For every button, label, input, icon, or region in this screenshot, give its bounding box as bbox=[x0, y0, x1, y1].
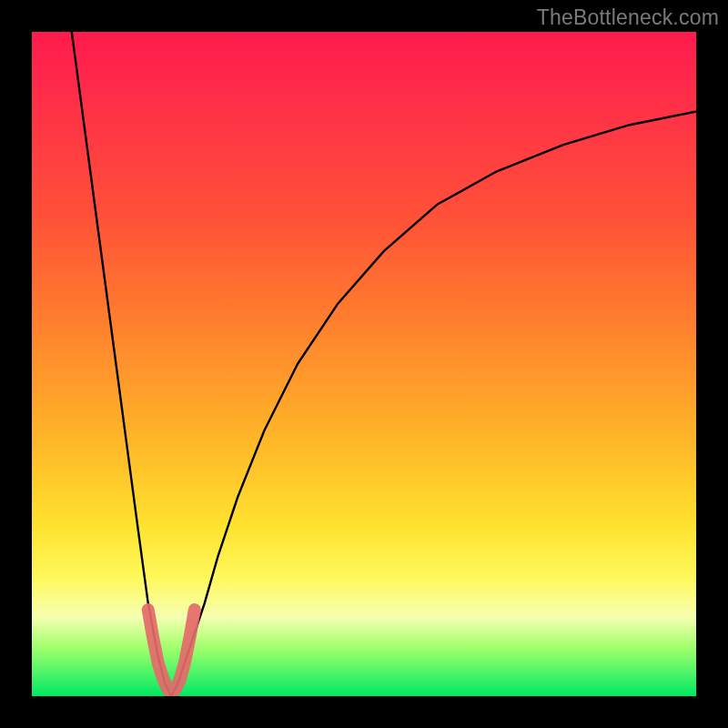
chart-frame: TheBottleneck.com bbox=[0, 0, 728, 728]
bottleneck-curve bbox=[72, 32, 696, 696]
trough-highlight bbox=[148, 610, 195, 693]
chart-plot-area bbox=[32, 32, 696, 696]
watermark-text: TheBottleneck.com bbox=[537, 5, 719, 30]
chart-svg bbox=[32, 32, 696, 696]
